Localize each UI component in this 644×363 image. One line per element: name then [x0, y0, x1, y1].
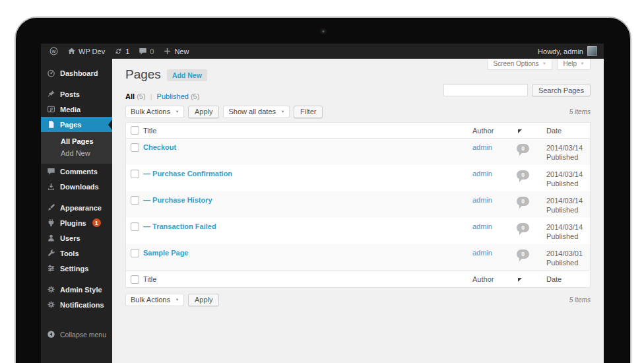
select-all-checkbox[interactable]: [131, 126, 139, 135]
page-title-link[interactable]: — Purchase History: [143, 196, 212, 204]
page-title-link[interactable]: Sample Page: [143, 249, 188, 257]
view-filters: All (5) | Published (5): [125, 92, 199, 100]
sidebar-item-label: Pages: [60, 121, 81, 129]
table-row: Sample Pageadmin02014/03/01Published: [126, 244, 590, 271]
user-avatar[interactable]: [587, 46, 597, 56]
row-checkbox[interactable]: [131, 170, 139, 178]
sidebar-item-comments[interactable]: Comments: [41, 164, 112, 179]
sidebar-item-posts[interactable]: Posts: [41, 86, 112, 102]
column-title[interactable]: Title: [143, 127, 472, 135]
collapse-icon: [47, 330, 55, 339]
updates-link[interactable]: 1: [110, 44, 134, 59]
comment-count-bubble[interactable]: 0: [517, 197, 529, 206]
media-icon: [47, 105, 55, 114]
row-checkbox[interactable]: [131, 222, 139, 231]
sidebar-item-admin-style[interactable]: Admin Style: [41, 282, 112, 297]
page-title-link[interactable]: Checkout: [143, 143, 176, 151]
sidebar-item-pages[interactable]: Pages: [41, 117, 112, 132]
sidebar-item-plugins[interactable]: Plugins1: [41, 215, 112, 230]
author-link[interactable]: admin: [472, 249, 492, 257]
row-checkbox[interactable]: [131, 196, 139, 205]
view-all-link[interactable]: All: [125, 92, 135, 100]
comments-icon: [139, 47, 147, 55]
site-link[interactable]: WP Dev: [63, 44, 110, 59]
pages-table: Title Author Date Checkoutadmin02014/03/…: [125, 122, 591, 288]
pin-icon: [47, 90, 55, 98]
screen: W WP Dev 1 0 New Howdy, admin: [41, 44, 604, 363]
sidebar-item-dashboard[interactable]: Dashboard: [41, 65, 112, 81]
sidebar-item-downloads[interactable]: Downloads: [41, 179, 112, 194]
table-row: — Purchase Historyadmin02014/03/14Publis…: [126, 191, 590, 218]
add-new-button[interactable]: Add New: [167, 69, 207, 81]
table-header: Title Author Date: [126, 123, 590, 139]
search-pages-button[interactable]: Search Pages: [532, 84, 591, 96]
sidebar-submenu: All PagesAdd New: [41, 132, 112, 164]
comment-count-bubble[interactable]: 0: [517, 249, 529, 259]
sidebar-item-label: Collapse menu: [60, 331, 106, 339]
sidebar-item-tools[interactable]: Tools: [41, 246, 112, 261]
wrench-icon: [47, 249, 55, 257]
sidebar-item-notifications[interactable]: Notifications: [41, 297, 112, 312]
bulk-actions-select[interactable]: Bulk Actions: [125, 106, 184, 118]
bulk-actions-select[interactable]: Bulk Actions: [125, 294, 184, 306]
dashboard-icon: [47, 69, 55, 77]
table-row: — Transaction Failedadmin02014/03/14Publ…: [126, 218, 590, 244]
home-icon: [67, 47, 76, 55]
submenu-item-add-new[interactable]: Add New: [41, 147, 112, 159]
howdy-text[interactable]: Howdy, admin: [538, 48, 583, 55]
webcam: [320, 28, 326, 34]
column-author[interactable]: Author: [472, 127, 517, 135]
chevron-down-icon: ▼: [580, 62, 585, 66]
column-date[interactable]: Date: [546, 127, 590, 135]
sidebar-item-label: Downloads: [60, 183, 99, 191]
date-cell: 2014/03/01Published: [546, 244, 590, 267]
wordpress-menu[interactable]: W: [45, 44, 63, 59]
page-title: Pages: [125, 67, 161, 82]
column-author[interactable]: Author: [472, 275, 517, 283]
new-content-menu[interactable]: New: [158, 44, 193, 59]
author-link[interactable]: admin: [472, 170, 492, 178]
page-title-link[interactable]: — Transaction Failed: [143, 222, 216, 230]
author-link[interactable]: admin: [472, 196, 492, 204]
page-title-link[interactable]: — Purchase Confirmation: [143, 170, 232, 178]
sidebar-item-appearance[interactable]: Appearance: [41, 200, 112, 215]
svg-text:W: W: [52, 49, 56, 53]
comments-link[interactable]: 0: [134, 44, 158, 59]
column-date[interactable]: Date: [546, 275, 590, 283]
sidebar-item-media[interactable]: Media: [41, 102, 112, 117]
sidebar-item-settings[interactable]: Settings: [41, 261, 112, 276]
table-row: Checkoutadmin02014/03/14Published: [126, 139, 590, 165]
date-cell: 2014/03/14Published: [546, 218, 590, 241]
comments-icon: [47, 167, 55, 176]
comment-count-bubble[interactable]: 0: [517, 170, 529, 180]
sidebar-item-label: Media: [60, 106, 80, 114]
filter-button[interactable]: Filter: [294, 106, 323, 118]
main-content: Screen Options ▼ Help ▼ Pages Add New Al…: [112, 59, 604, 363]
apply-button[interactable]: Apply: [188, 294, 220, 306]
screen-options-button[interactable]: Screen Options ▼: [488, 59, 553, 70]
author-link[interactable]: admin: [472, 143, 492, 151]
new-label: New: [174, 48, 189, 55]
table-body: Checkoutadmin02014/03/14Published— Purch…: [126, 139, 590, 271]
select-all-checkbox[interactable]: [131, 275, 139, 284]
author-link[interactable]: admin: [472, 222, 492, 230]
plus-icon: [163, 47, 172, 55]
comment-count-bubble[interactable]: 0: [517, 144, 529, 153]
sidebar-item-collapse-menu[interactable]: Collapse menu: [41, 327, 112, 342]
comment-count-bubble[interactable]: 0: [517, 223, 529, 232]
help-button[interactable]: Help ▼: [557, 59, 591, 70]
row-checkbox[interactable]: [131, 249, 139, 257]
apply-button[interactable]: Apply: [188, 106, 220, 118]
submenu-item-all-pages[interactable]: All Pages: [41, 135, 112, 147]
admin-sidebar: DashboardPostsMediaPagesAll PagesAdd New…: [41, 59, 112, 363]
view-published-link[interactable]: Published: [157, 92, 189, 100]
admin-bar: W WP Dev 1 0 New Howdy, admin: [41, 44, 604, 59]
chevron-down-icon: ▼: [542, 62, 547, 66]
search-input[interactable]: [443, 84, 528, 96]
items-count: 5 items: [569, 296, 591, 304]
column-title[interactable]: Title: [143, 275, 472, 283]
row-checkbox[interactable]: [131, 143, 139, 152]
date-filter-select[interactable]: Show all dates: [223, 106, 290, 118]
brush-icon: [47, 203, 55, 212]
sidebar-item-users[interactable]: Users: [41, 230, 112, 246]
